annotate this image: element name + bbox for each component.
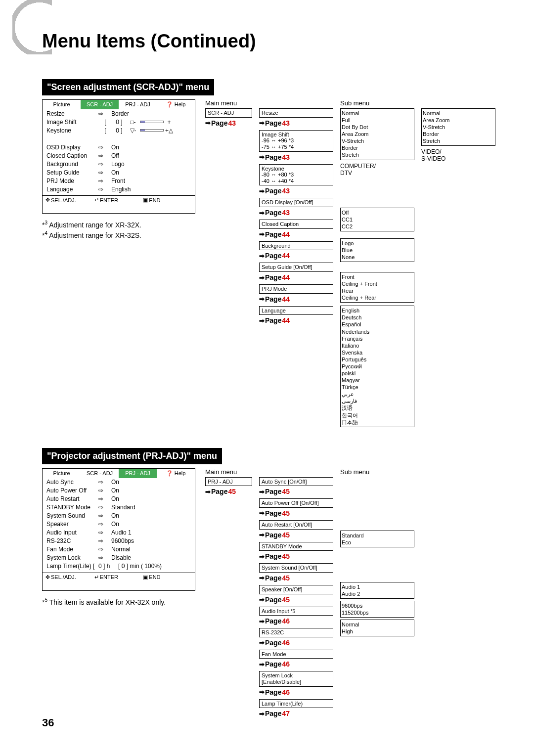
label-computer-dtv: COMPUTER/ DTV <box>340 163 414 177</box>
osd-row: Lamp Timer(Life) [0 ] h[ 0 ] min ( 100%) <box>43 562 195 571</box>
menu-box: Auto Sync [On/Off] <box>259 477 333 487</box>
menu-box: Keystone -80 ↔ +80 *3 -40 ↔ +40 *4 <box>259 164 333 186</box>
page-ref: ➡Page 44 <box>259 316 333 324</box>
osd-row: Audio Input⇨Audio 1 <box>43 529 195 537</box>
main-scr-adj: SCR - ADJ <box>205 108 252 118</box>
scr-heading: "Screen adjustment (SCR-ADJ)" menu <box>42 79 214 95</box>
menu-box: Audio Input *5 <box>259 607 333 616</box>
menu-box: Auto Power Off [On/Off] <box>259 498 333 508</box>
tab-scr-adj: SCR - ADJ <box>81 100 119 109</box>
menu-box: Setup Guide [On/Off] <box>259 263 333 272</box>
tab-prj-adj: PRJ - ADJ <box>119 100 157 109</box>
menu-box: Background <box>259 241 333 251</box>
page-ref: ➡Page 45 <box>259 574 333 582</box>
menu-box: Fan Mode <box>259 650 333 659</box>
sub-resize-video: NormalArea ZoomV-StretchBorderStretch <box>421 108 495 146</box>
page-ref: ➡Page 43 <box>259 209 333 217</box>
osd-row <box>43 134 195 143</box>
page-ref: ➡Page 47 <box>259 710 333 717</box>
page-ref: ➡Page 44 <box>259 230 333 238</box>
tab-help: ❓ Help <box>157 469 195 478</box>
page-ref: ➡Page 44 <box>259 252 333 260</box>
prj-note: *5 This item is available for XR-32X onl… <box>42 597 195 607</box>
menu-box: System Sound [On/Off] <box>259 563 333 573</box>
osd-row: System Sound⇨On <box>43 512 195 520</box>
menu-box: Language <box>259 306 333 315</box>
sub-closed-caption: OffCC1CC2 <box>340 208 414 231</box>
sub-resize-computer: NormalFullDot By DotArea ZoomV-StretchBo… <box>340 108 414 160</box>
sub-menu-header: Sub menu <box>340 468 414 477</box>
menu-box: Closed Caption <box>259 220 333 229</box>
page-ref: ➡Page 45 <box>259 552 333 560</box>
sub-fan: NormalHigh <box>340 620 414 636</box>
footer-enter: ↵ ENTER <box>94 574 143 580</box>
sub-background: LogoBlueNone <box>340 238 414 262</box>
page-ref: ➡Page 45 <box>259 596 333 604</box>
osd-row: STANDBY Mode⇨Standard <box>43 503 195 512</box>
menu-box: Auto Restart [On/Off] <box>259 520 333 530</box>
tab-scr-adj: SCR - ADJ <box>81 469 119 478</box>
page-title: Menu Items (Continued) <box>42 31 499 52</box>
page-ref: ➡Page 46 <box>259 688 333 696</box>
osd-row: PRJ Mode⇨Front <box>43 177 195 185</box>
page-ref: ➡Page 43 <box>259 153 333 161</box>
osd-row: Closed Caption⇨Off <box>43 151 195 160</box>
page-ref: ➡Page 45 <box>205 488 252 495</box>
sub-prj-mode: FrontCeiling + FrontRearCeiling + Rear <box>340 272 414 303</box>
prj-heading: "Projector adjustment (PRJ-ADJ)" menu <box>42 448 222 464</box>
menu-box: Speaker [On/Off] <box>259 585 333 594</box>
osd-row: Auto Sync⇨On <box>43 478 195 487</box>
tab-help: ❓ Help <box>157 100 195 109</box>
osd-row: Keystone[0 ]▽-+△ <box>43 126 195 134</box>
page-ref: ➡Page 44 <box>259 295 333 303</box>
page-ref: ➡Page 46 <box>259 617 333 625</box>
page-ref: ➡Page 45 <box>259 488 333 495</box>
scr-notes: *3 Adjustment range for XR-32X. *4 Adjus… <box>42 220 195 240</box>
sub-language: EnglishDeutschEspañolNederlandsFrançaisI… <box>340 306 414 427</box>
osd-row: Image Shift[0 ]□-+ <box>43 118 195 126</box>
footer-enter: ↵ ENTER <box>94 197 143 203</box>
sub-rs232c: 9600bps115200bps <box>340 601 414 618</box>
osd-row: Language⇨English <box>43 185 195 193</box>
osd-row: RS-232C⇨9600bps <box>43 537 195 545</box>
page-ref: ➡Page 44 <box>259 273 333 281</box>
tab-picture: Picture <box>43 469 81 478</box>
sub-menu-header: Sub menu <box>340 99 414 108</box>
menu-box: PRJ Mode <box>259 284 333 294</box>
sub-audio: Audio 1Audio 2 <box>340 582 414 599</box>
menu-box: RS-232C <box>259 628 333 637</box>
footer-end: ▣ END <box>143 197 192 203</box>
sub-standby: StandardEco <box>340 531 414 547</box>
osd-row: Fan Mode⇨Normal <box>43 545 195 554</box>
footer-sel: ✥ SEL./ADJ. <box>45 574 94 580</box>
main-prj-adj: PRJ - ADJ <box>205 477 252 487</box>
osd-row: Background⇨Logo <box>43 160 195 168</box>
menu-box: System Lock [Enable/Disable] <box>259 671 333 686</box>
osd-row: Auto Restart⇨On <box>43 495 195 503</box>
page-ref: ➡Page 43 <box>259 187 333 195</box>
page-number: 36 <box>42 716 54 729</box>
footer-sel: ✥ SEL./ADJ. <box>45 197 94 203</box>
page-ref: ➡Page 45 <box>259 509 333 517</box>
menu-box: Resize <box>259 108 333 118</box>
osd-row: Auto Power Off⇨On <box>43 487 195 495</box>
menu-box: Lamp Timer(Life) <box>259 699 333 709</box>
osd-row: Resize⇨Border <box>43 109 195 118</box>
tab-prj-adj: PRJ - ADJ <box>119 469 157 478</box>
osd-row: Speaker⇨On <box>43 520 195 529</box>
scr-osd-panel: Picture SCR - ADJ PRJ - ADJ ❓ Help Resiz… <box>42 99 195 214</box>
tab-picture: Picture <box>43 100 81 109</box>
prj-osd-panel: Picture SCR - ADJ PRJ - ADJ ❓ Help Auto … <box>42 468 195 591</box>
menu-box: OSD Display [On/Off] <box>259 198 333 207</box>
page-ref: ➡Page 45 <box>259 531 333 539</box>
menu-box: Image Shift -96 ↔ +96 *3 -75 ↔ +75 *4 <box>259 130 333 152</box>
footer-end: ▣ END <box>143 574 192 580</box>
main-menu-header: Main menu <box>205 468 252 477</box>
main-menu-header: Main menu <box>205 99 252 108</box>
label-video-svideo: VIDEO/ S-VIDEO <box>421 148 495 162</box>
page-ref: ➡Page 46 <box>259 639 333 647</box>
osd-row: Setup Guide⇨On <box>43 168 195 177</box>
osd-row: System Lock⇨Disable <box>43 554 195 562</box>
osd-row: OSD Display⇨On <box>43 143 195 151</box>
page-ref: ➡Page 46 <box>259 660 333 668</box>
